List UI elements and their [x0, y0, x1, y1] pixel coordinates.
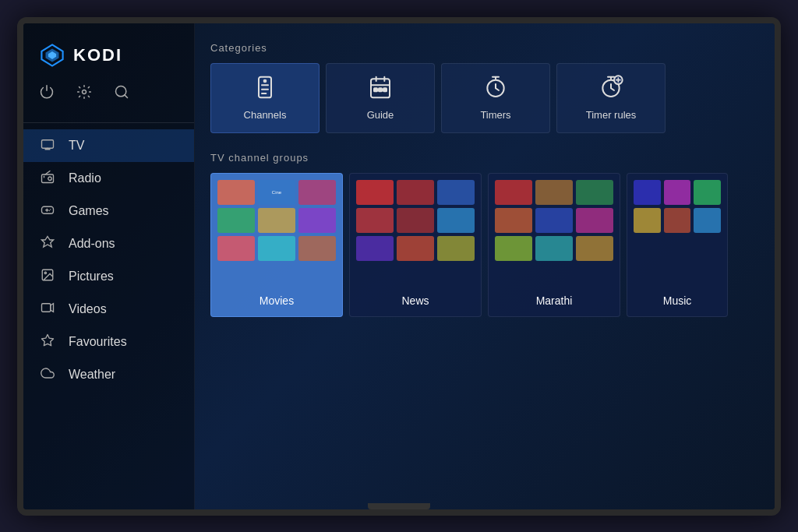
- marathi-logo-9: [576, 236, 613, 261]
- news-logo-5: [397, 208, 434, 233]
- timers-label: Timers: [480, 109, 510, 121]
- marathi-logo-6: [576, 208, 613, 233]
- marathi-logo-7: [495, 236, 532, 261]
- pictures-icon: [39, 268, 56, 285]
- channel-group-news[interactable]: News: [349, 173, 482, 317]
- sidebar-item-weather-label: Weather: [69, 368, 115, 382]
- movies-logo-8: [258, 236, 295, 261]
- sidebar-item-addons[interactable]: Add-ons: [23, 227, 194, 260]
- channel-groups-grid: Cine Movies: [210, 173, 759, 317]
- sidebar: KODI: [23, 23, 195, 509]
- sidebar-item-favourites-label: Favourites: [69, 335, 127, 349]
- svg-point-7: [48, 177, 52, 181]
- svg-marker-9: [42, 236, 54, 247]
- tv-bezel: KODI: [17, 17, 781, 516]
- channel-group-music[interactable]: Music: [627, 173, 728, 317]
- sidebar-item-videos[interactable]: Videos: [23, 293, 194, 326]
- news-logo-4: [356, 208, 394, 233]
- movies-logo-1: [217, 180, 255, 205]
- channel-group-marathi[interactable]: Marathi: [488, 173, 620, 317]
- music-logo-1: [634, 180, 661, 205]
- marathi-group-label: Marathi: [536, 294, 573, 307]
- movies-logo-2: Cine: [258, 180, 295, 205]
- news-group-label: News: [401, 294, 429, 307]
- svg-point-3: [83, 90, 87, 93]
- svg-rect-12: [42, 303, 51, 312]
- sidebar-item-radio-label: Radio: [69, 171, 101, 185]
- movies-logo-4: [217, 208, 255, 233]
- radio-icon: [39, 170, 56, 187]
- sidebar-item-games-label: Games: [69, 204, 109, 218]
- sidebar-item-addons-label: Add-ons: [69, 237, 115, 251]
- sidebar-item-weather[interactable]: Weather: [23, 358, 194, 391]
- news-logo-1: [356, 180, 394, 205]
- music-logo-6: [694, 208, 721, 233]
- svg-rect-19: [383, 88, 387, 91]
- category-tile-timers[interactable]: Timers: [441, 63, 550, 133]
- settings-icon[interactable]: [76, 84, 92, 104]
- news-logo-8: [397, 236, 434, 261]
- sidebar-item-videos-label: Videos: [69, 302, 107, 316]
- news-logos: [356, 180, 475, 261]
- marathi-logo-8: [535, 236, 573, 261]
- guide-icon: [368, 75, 393, 103]
- music-logo-4: [634, 208, 661, 233]
- sidebar-item-games[interactable]: Games: [23, 195, 194, 227]
- tv-screen: KODI: [23, 23, 775, 509]
- marathi-logo-4: [495, 208, 532, 233]
- tv-icon: [39, 137, 56, 154]
- sidebar-item-tv[interactable]: TV: [23, 129, 194, 162]
- sidebar-item-tv-label: TV: [69, 139, 84, 153]
- marathi-logo-1: [495, 180, 532, 205]
- sidebar-item-radio[interactable]: Radio: [23, 162, 194, 195]
- news-logo-6: [437, 208, 475, 233]
- kodi-logo-icon: [39, 42, 65, 69]
- search-icon[interactable]: [114, 84, 129, 104]
- music-logo-2: [664, 180, 691, 205]
- channel-group-movies[interactable]: Cine Movies: [210, 173, 343, 317]
- top-icons-bar: [23, 84, 194, 119]
- news-logo-9: [437, 236, 475, 261]
- addons-icon: [39, 235, 56, 252]
- main-content: Categories Channels: [195, 23, 775, 509]
- movies-logo-5: [258, 208, 295, 233]
- music-logo-3: [694, 180, 721, 205]
- tv-stand: [368, 503, 430, 509]
- guide-label: Guide: [367, 109, 394, 121]
- logo-area: KODI: [23, 36, 194, 84]
- timerrules-icon: [598, 75, 623, 103]
- sidebar-item-pictures[interactable]: Pictures: [23, 260, 194, 293]
- music-logo-5: [664, 208, 691, 233]
- categories-grid: Channels Guide: [210, 63, 759, 133]
- marathi-logos: [495, 180, 613, 261]
- category-tile-channels[interactable]: Channels: [210, 63, 320, 133]
- app-title: KODI: [73, 45, 122, 65]
- videos-icon: [39, 301, 56, 318]
- channels-label: Channels: [244, 109, 287, 121]
- news-logo-3: [437, 180, 475, 205]
- movies-logo-7: [217, 236, 255, 261]
- marathi-logo-3: [576, 180, 613, 205]
- category-tile-timerrules[interactable]: Timer rules: [556, 63, 666, 133]
- marathi-logo-5: [535, 208, 573, 233]
- timers-icon: [483, 75, 508, 103]
- svg-marker-13: [42, 334, 54, 345]
- timerrules-label: Timer rules: [586, 109, 637, 121]
- news-logo-7: [356, 236, 394, 261]
- movies-logo-9: [298, 236, 336, 261]
- weather-icon: [39, 366, 56, 383]
- movies-logos: Cine: [217, 180, 336, 261]
- svg-rect-5: [42, 139, 54, 148]
- music-logos: [634, 180, 721, 233]
- music-group-label: Music: [663, 294, 692, 307]
- channel-groups-title: TV channel groups: [210, 152, 759, 164]
- movies-group-label: Movies: [260, 294, 294, 307]
- favourites-icon: [39, 333, 56, 351]
- channels-icon: [252, 75, 277, 103]
- sidebar-item-favourites[interactable]: Favourites: [23, 326, 194, 358]
- power-icon[interactable]: [39, 84, 55, 104]
- movies-logo-6: [298, 208, 336, 233]
- news-logo-2: [397, 180, 434, 205]
- svg-rect-18: [379, 88, 382, 91]
- category-tile-guide[interactable]: Guide: [326, 63, 435, 133]
